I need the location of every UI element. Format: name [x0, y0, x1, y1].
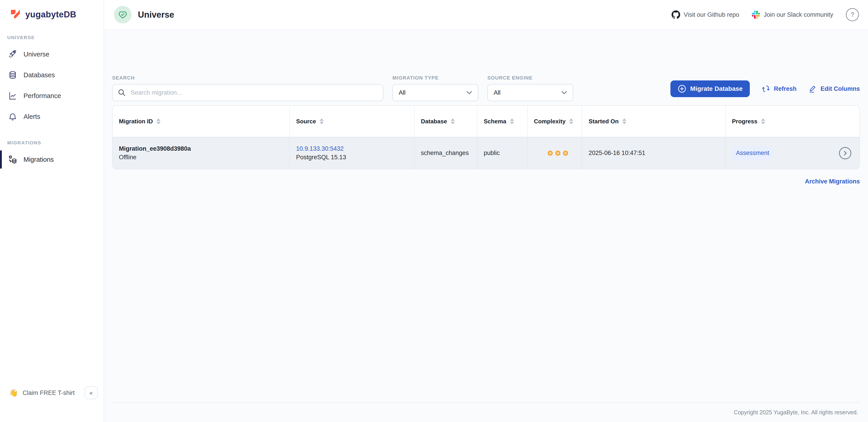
column-header-source[interactable]: Source — [290, 106, 414, 137]
footer: Copyright 2025 YugaByte, Inc. All rights… — [112, 402, 860, 422]
sidebar-item-alerts[interactable]: Alerts — [0, 107, 103, 126]
migrate-database-label: Migrate Database — [690, 85, 743, 92]
chevron-right-icon — [843, 151, 848, 156]
database-icon — [8, 70, 18, 80]
complexity-dot — [548, 151, 553, 156]
archive-migrations-link[interactable]: Archive Migrations — [805, 178, 860, 185]
slack-icon — [752, 11, 760, 19]
migration-type-value: All — [399, 89, 405, 96]
sort-icon — [320, 118, 324, 124]
sort-icon — [761, 118, 765, 124]
github-link-label: Visit our Github repo — [684, 11, 739, 18]
sidebar-item-label: Databases — [24, 71, 55, 79]
brand-name: yugabyteDB — [25, 10, 76, 20]
sidebar-section-universe: UNIVERSE — [7, 35, 103, 40]
migration-mode: Offline — [119, 153, 289, 162]
complexity-dot — [563, 151, 568, 156]
source-engine-select[interactable]: All — [487, 84, 573, 101]
plus-circle-icon — [678, 85, 686, 93]
edit-columns-label: Edit Columns — [820, 86, 860, 92]
refresh-icon — [762, 85, 770, 93]
page-title: Universe — [138, 10, 174, 20]
table-header-row: Migration ID Source Database Schema — [113, 106, 860, 137]
source-engine-field: SOURCE ENGINE All — [487, 75, 573, 101]
column-header-migration-id[interactable]: Migration ID — [113, 106, 290, 137]
sidebar-section-migrations: MIGRATIONS — [7, 140, 103, 145]
toolbar: Migrate Database Refresh — [671, 80, 860, 97]
refresh-button[interactable]: Refresh — [762, 85, 797, 93]
edit-columns-button[interactable]: Edit Columns — [808, 85, 860, 93]
cell-database: schema_changes — [414, 137, 477, 169]
cell-started-on: 2025-06-16 10:47:51 — [582, 137, 725, 169]
migrate-database-button[interactable]: Migrate Database — [671, 80, 750, 97]
cell-migration-id: Migration_ee3908d3980a Offline — [113, 137, 290, 169]
content-area: SEARCH MIGRATION TYPE All — [104, 30, 868, 422]
migration-id: Migration_ee3908d3980a — [119, 144, 289, 153]
row-expand-button[interactable] — [839, 147, 851, 159]
search-label: SEARCH — [112, 75, 383, 81]
sort-icon — [451, 118, 455, 124]
migration-icon — [8, 155, 18, 164]
cell-progress: Assessment — [725, 137, 860, 169]
column-header-progress[interactable]: Progress — [725, 106, 860, 137]
brand-logo[interactable]: yugabyteDB — [0, 0, 103, 23]
sidebar-item-label: Universe — [24, 51, 49, 58]
migration-type-select[interactable]: All — [393, 84, 478, 101]
source-engine: PostgreSQL 15.13 — [296, 153, 414, 162]
refresh-label: Refresh — [774, 86, 797, 92]
column-header-started-on[interactable]: Started On — [582, 106, 725, 137]
app-root: yugabyteDB UNIVERSE Universe — [0, 0, 868, 422]
sidebar-item-universe[interactable]: Universe — [0, 45, 103, 63]
yugabyte-logo-icon — [9, 8, 21, 20]
column-header-complexity[interactable]: Complexity — [528, 106, 582, 137]
slack-link-label: Join our Slack community — [764, 11, 833, 18]
search-input[interactable] — [130, 89, 377, 97]
github-link[interactable]: Visit our Github repo — [672, 10, 739, 19]
filters-row: SEARCH MIGRATION TYPE All — [112, 75, 860, 101]
cell-source: 10.9.133.30:5432 PostgreSQL 15.13 — [290, 137, 414, 169]
slack-link[interactable]: Join our Slack community — [752, 11, 833, 19]
archive-row: Archive Migrations — [112, 178, 860, 185]
column-header-schema[interactable]: Schema — [477, 106, 528, 137]
cell-complexity — [528, 137, 582, 169]
sort-icon — [156, 118, 160, 124]
cell-schema: public — [477, 137, 528, 169]
copyright-text: Copyright 2025 YugaByte, Inc. All rights… — [734, 409, 858, 416]
search-icon — [118, 89, 126, 96]
sidebar-item-databases[interactable]: Databases — [0, 66, 103, 84]
top-header: Universe Visit our Github repo Join — [104, 0, 868, 30]
migration-type-label: MIGRATION TYPE — [393, 75, 478, 81]
source-host-link[interactable]: 10.9.133.30:5432 — [296, 144, 414, 153]
github-icon — [672, 10, 680, 19]
progress-badge[interactable]: Assessment — [732, 146, 773, 160]
column-header-database[interactable]: Database — [414, 106, 477, 137]
universe-status-badge — [114, 6, 131, 24]
chevron-down-icon — [467, 91, 472, 94]
migrations-table: Migration ID Source Database Schema — [112, 105, 860, 169]
chevron-down-icon — [561, 91, 567, 94]
sidebar-collapse-button[interactable]: « — [85, 386, 98, 399]
topbar-links: Visit our Github repo Join our Slack com… — [672, 8, 859, 21]
wave-emoji-icon: 👋 — [9, 389, 18, 397]
bell-icon — [8, 112, 18, 121]
sort-icon — [622, 118, 626, 124]
sidebar-item-label: Performance — [24, 92, 61, 100]
table-row[interactable]: Migration_ee3908d3980a Offline 10.9.133.… — [113, 137, 860, 169]
sidebar-item-migrations[interactable]: Migrations — [0, 151, 103, 168]
sort-icon — [510, 118, 514, 124]
help-icon[interactable]: ? — [846, 8, 859, 21]
search-input-container — [112, 84, 383, 101]
sidebar-item-label: Alerts — [24, 113, 40, 121]
claim-tshirt-link[interactable]: Claim FREE T-shirt — [23, 389, 80, 396]
sidebar-bottom: 👋 Claim FREE T-shirt « — [0, 386, 103, 399]
performance-chart-icon — [8, 91, 18, 100]
heart-check-icon — [118, 10, 127, 20]
migration-type-field: MIGRATION TYPE All — [393, 75, 478, 101]
main-area: Universe Visit our Github repo Join — [104, 0, 868, 422]
source-engine-label: SOURCE ENGINE — [487, 75, 573, 81]
sidebar-item-label: Migrations — [24, 156, 54, 163]
edit-pencil-icon — [808, 85, 817, 93]
search-field: SEARCH — [112, 75, 383, 101]
sort-icon — [569, 118, 573, 124]
sidebar-item-performance[interactable]: Performance — [0, 87, 103, 105]
